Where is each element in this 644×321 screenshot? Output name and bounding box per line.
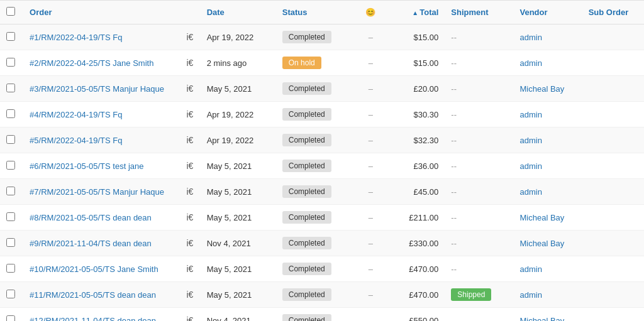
vendor-link[interactable]: Micheal Bay bbox=[520, 239, 565, 248]
order-link[interactable]: #7/RM/2021-05-05/TS Manjur Haque bbox=[30, 187, 164, 197]
status-badge: Completed bbox=[282, 108, 331, 121]
row-order: #5/RM/2022-04-19/TS Fq bbox=[23, 128, 184, 153]
row-total: £470.00 bbox=[383, 256, 445, 282]
row-action-icon[interactable]: i€ bbox=[184, 185, 196, 198]
row-checkbox[interactable] bbox=[6, 161, 15, 170]
row-vendor: admin bbox=[514, 50, 582, 76]
vendor-link[interactable]: admin bbox=[520, 187, 542, 197]
vendor-link[interactable]: admin bbox=[520, 264, 542, 274]
row-status: Completed bbox=[276, 231, 358, 256]
table-row: #9/RM/2021-11-04/TS dean deani€Nov 4, 20… bbox=[0, 231, 644, 256]
row-action-icon[interactable]: i€ bbox=[184, 82, 196, 95]
header-order-icon-spacer bbox=[184, 1, 200, 24]
vendor-link[interactable]: admin bbox=[520, 290, 542, 300]
row-checkbox[interactable] bbox=[6, 58, 15, 67]
row-date: Apr 19, 2022 bbox=[201, 24, 276, 50]
vendor-link[interactable]: admin bbox=[520, 110, 542, 119]
table-row: #12/RM/2021-11-04/TS dean deani€Nov 4, 2… bbox=[0, 308, 644, 322]
row-action-icon[interactable]: i€ bbox=[184, 263, 196, 275]
row-date: Apr 19, 2022 bbox=[201, 128, 276, 153]
order-link[interactable]: #12/RM/2021-11-04/TS dean dean bbox=[30, 316, 156, 322]
row-date: May 5, 2021 bbox=[201, 282, 276, 308]
row-action-icon[interactable]: i€ bbox=[184, 237, 196, 249]
vendor-link[interactable]: Micheal Bay bbox=[520, 316, 565, 322]
row-suborder bbox=[582, 50, 644, 76]
select-all-checkbox[interactable] bbox=[6, 7, 15, 16]
row-vendor: Micheal Bay bbox=[514, 308, 582, 322]
emoji-dash: – bbox=[369, 187, 373, 197]
row-checkbox[interactable] bbox=[6, 109, 15, 118]
row-icon-cell: i€ bbox=[184, 256, 200, 282]
order-link[interactable]: #2/RM/2022-04-25/TS Jane Smith bbox=[30, 58, 153, 68]
row-shipment: -- bbox=[445, 231, 513, 256]
status-badge: Completed bbox=[282, 237, 331, 249]
row-suborder bbox=[582, 282, 644, 308]
row-action-icon[interactable]: i€ bbox=[184, 211, 196, 224]
shipment-dash: -- bbox=[451, 187, 457, 197]
vendor-link[interactable]: Micheal Bay bbox=[520, 213, 565, 222]
row-checkbox[interactable] bbox=[6, 84, 15, 92]
row-order: #1/RM/2022-04-19/TS Fq bbox=[23, 24, 184, 50]
shipment-dash: -- bbox=[451, 161, 457, 171]
row-checkbox[interactable] bbox=[6, 290, 15, 298]
row-checkbox[interactable] bbox=[6, 187, 15, 195]
orders-table: Order Date Status 😊 ▲Total Shipment bbox=[0, 0, 644, 321]
vendor-link[interactable]: admin bbox=[520, 136, 542, 145]
shipment-dash: -- bbox=[451, 136, 457, 145]
row-checkbox[interactable] bbox=[6, 315, 15, 322]
order-link[interactable]: #5/RM/2022-04-19/TS Fq bbox=[30, 136, 122, 145]
row-status: Completed bbox=[276, 153, 358, 179]
vendor-link[interactable]: admin bbox=[520, 161, 542, 171]
order-link[interactable]: #1/RM/2022-04-19/TS Fq bbox=[30, 33, 122, 42]
header-total[interactable]: ▲Total bbox=[383, 1, 445, 24]
row-checkbox[interactable] bbox=[6, 135, 15, 144]
row-action-icon[interactable]: i€ bbox=[184, 108, 196, 121]
status-badge: Completed bbox=[282, 160, 331, 172]
row-emoji: – bbox=[358, 102, 383, 128]
row-date: Nov 4, 2021 bbox=[201, 308, 276, 322]
order-link[interactable]: #3/RM/2021-05-05/TS Manjur Haque bbox=[30, 84, 164, 94]
row-emoji: – bbox=[358, 179, 383, 205]
row-total: £45.00 bbox=[383, 179, 445, 205]
row-checkbox-cell bbox=[0, 205, 23, 231]
row-action-icon[interactable]: i€ bbox=[184, 57, 196, 69]
row-checkbox-cell bbox=[0, 24, 23, 50]
header-date[interactable]: Date bbox=[201, 1, 276, 24]
vendor-link[interactable]: admin bbox=[520, 33, 542, 42]
row-action-icon[interactable]: i€ bbox=[184, 134, 196, 146]
emoji-dash: – bbox=[369, 58, 373, 68]
order-link[interactable]: #4/RM/2022-04-19/TS Fq bbox=[30, 110, 122, 119]
vendor-link[interactable]: admin bbox=[520, 58, 542, 68]
row-action-icon[interactable]: i€ bbox=[184, 31, 196, 43]
order-link[interactable]: #10/RM/2021-05-05/TS Jane Smith bbox=[30, 264, 158, 274]
order-link[interactable]: #11/RM/2021-05-05/TS dean dean bbox=[30, 290, 156, 300]
table-body: #1/RM/2022-04-19/TS Fqi€Apr 19, 2022Comp… bbox=[0, 24, 644, 322]
row-date: Apr 19, 2022 bbox=[201, 102, 276, 128]
row-checkbox[interactable] bbox=[6, 238, 15, 247]
header-order[interactable]: Order bbox=[23, 1, 184, 24]
vendor-link[interactable]: Micheal Bay bbox=[520, 84, 565, 94]
row-date: 2 mins ago bbox=[201, 50, 276, 76]
emoji-column-icon: 😊 bbox=[365, 8, 375, 17]
row-checkbox-cell bbox=[0, 153, 23, 179]
order-link[interactable]: #9/RM/2021-11-04/TS dean dean bbox=[30, 239, 152, 248]
status-badge: Completed bbox=[282, 288, 331, 301]
row-checkbox[interactable] bbox=[6, 264, 15, 273]
order-link[interactable]: #8/RM/2021-05-05/TS dean dean bbox=[30, 213, 152, 222]
row-checkbox-cell bbox=[0, 76, 23, 102]
shipment-dash: -- bbox=[451, 110, 457, 119]
table-row: #1/RM/2022-04-19/TS Fqi€Apr 19, 2022Comp… bbox=[0, 24, 644, 50]
row-vendor: admin bbox=[514, 102, 582, 128]
row-action-icon[interactable]: i€ bbox=[184, 314, 196, 321]
row-emoji: – bbox=[358, 282, 383, 308]
order-link[interactable]: #6/RM/2021-05-05/TS test jane bbox=[30, 161, 143, 171]
row-action-icon[interactable]: i€ bbox=[184, 160, 196, 172]
row-checkbox[interactable] bbox=[6, 32, 15, 41]
row-order: #6/RM/2021-05-05/TS test jane bbox=[23, 153, 184, 179]
row-vendor: Micheal Bay bbox=[514, 205, 582, 231]
row-icon-cell: i€ bbox=[184, 76, 200, 102]
row-action-icon[interactable]: i€ bbox=[184, 288, 196, 301]
header-shipment: Shipment bbox=[445, 1, 513, 24]
row-checkbox[interactable] bbox=[6, 212, 15, 221]
row-status: Completed bbox=[276, 282, 358, 308]
